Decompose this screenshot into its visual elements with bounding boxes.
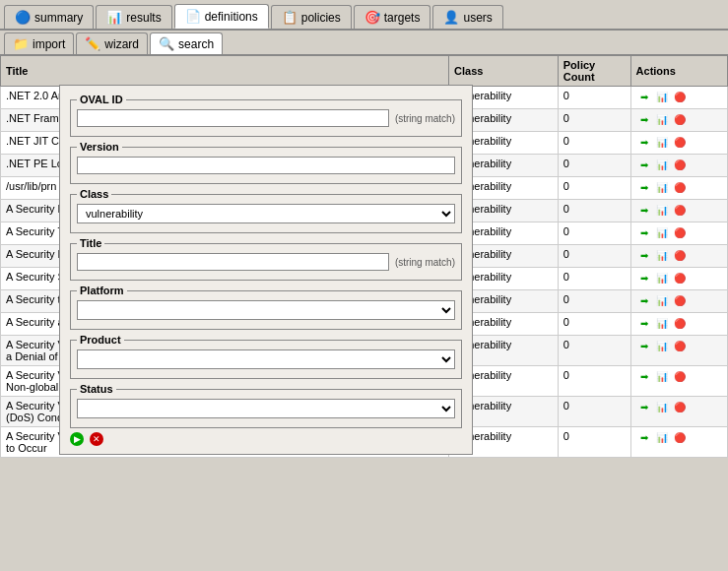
action-chart-icon[interactable]: 📊: [654, 112, 670, 128]
tab-search-label: search: [178, 37, 214, 51]
action-delete-icon[interactable]: 🔴: [672, 225, 688, 241]
oval-id-input[interactable]: [77, 109, 389, 127]
cell-actions: ➡📊🔴: [630, 87, 727, 109]
tab-targets-label: targets: [384, 11, 421, 25]
action-go-icon[interactable]: ➡: [636, 339, 652, 354]
cell-policy: 0: [558, 313, 630, 336]
action-delete-icon[interactable]: 🔴: [672, 112, 688, 128]
search-icon: 🔍: [159, 36, 174, 51]
cell-policy: 0: [558, 245, 630, 268]
cell-policy: 0: [558, 155, 630, 177]
tab-wizard-label: wizard: [104, 37, 139, 51]
class-fieldset: Class vulnerability: [70, 188, 462, 233]
product-select[interactable]: [77, 349, 455, 369]
cell-actions: ➡📊🔴: [630, 200, 727, 222]
col-header-class: Class: [449, 56, 559, 87]
product-row: [77, 349, 455, 369]
action-chart-icon[interactable]: 📊: [654, 316, 670, 332]
tab-import[interactable]: 📁 import: [4, 32, 74, 54]
action-go-icon[interactable]: ➡: [636, 316, 652, 332]
action-chart-icon[interactable]: 📊: [654, 203, 670, 219]
action-chart-icon[interactable]: 📊: [654, 339, 670, 354]
version-row: [77, 157, 455, 174]
action-chart-icon[interactable]: 📊: [654, 135, 670, 151]
tab-wizard[interactable]: ✏️ wizard: [76, 32, 148, 54]
cancel-button[interactable]: ✕: [90, 432, 103, 446]
action-chart-icon[interactable]: 📊: [654, 430, 670, 446]
version-legend: Version: [77, 141, 122, 153]
action-chart-icon[interactable]: 📊: [654, 180, 670, 196]
action-delete-icon[interactable]: 🔴: [672, 271, 688, 286]
action-delete-icon[interactable]: 🔴: [672, 316, 688, 332]
action-go-icon[interactable]: ➡: [636, 90, 652, 105]
filter-actions: ▶ ✕: [70, 432, 462, 446]
action-chart-icon[interactable]: 📊: [654, 271, 670, 286]
tab-summary-label: summary: [34, 11, 83, 25]
action-delete-icon[interactable]: 🔴: [672, 430, 688, 446]
action-delete-icon[interactable]: 🔴: [672, 339, 688, 354]
action-go-icon[interactable]: ➡: [636, 400, 652, 415]
cell-actions: ➡📊🔴: [630, 290, 727, 313]
version-input[interactable]: [77, 157, 455, 174]
action-delete-icon[interactable]: 🔴: [672, 369, 688, 385]
cell-policy: 0: [558, 177, 630, 200]
action-delete-icon[interactable]: 🔴: [672, 180, 688, 196]
action-delete-icon[interactable]: 🔴: [672, 90, 688, 105]
tab-definitions[interactable]: 📄 definitions: [174, 4, 269, 29]
cell-actions: ➡📊🔴: [630, 132, 727, 155]
action-go-icon[interactable]: ➡: [636, 203, 652, 219]
action-go-icon[interactable]: ➡: [636, 271, 652, 286]
action-chart-icon[interactable]: 📊: [654, 400, 670, 415]
class-legend: Class: [77, 188, 111, 200]
status-select[interactable]: [77, 399, 455, 418]
version-fieldset: Version: [70, 141, 462, 184]
tab-users-label: users: [463, 11, 492, 25]
cell-policy: 0: [558, 109, 630, 132]
cell-actions: ➡📊🔴: [630, 427, 727, 458]
action-delete-icon[interactable]: 🔴: [672, 203, 688, 219]
class-select[interactable]: vulnerability: [77, 204, 455, 223]
cell-policy: 0: [558, 336, 630, 366]
users-icon: 👤: [443, 10, 459, 25]
col-header-title: Title: [1, 56, 449, 87]
platform-select[interactable]: [77, 300, 455, 320]
action-delete-icon[interactable]: 🔴: [672, 248, 688, 264]
action-go-icon[interactable]: ➡: [636, 225, 652, 241]
tab-search[interactable]: 🔍 search: [150, 32, 223, 54]
title-input[interactable]: [77, 253, 389, 271]
tab-results[interactable]: 📊 results: [96, 5, 171, 29]
cell-policy: 0: [558, 200, 630, 222]
tab-targets[interactable]: 🎯 targets: [354, 5, 431, 29]
tab-policies[interactable]: 📋 policies: [271, 5, 352, 29]
tab-summary[interactable]: 🔵 summary: [4, 5, 94, 29]
action-delete-icon[interactable]: 🔴: [672, 400, 688, 415]
main-tab-bar: 🔵 summary 📊 results 📄 definitions 📋 poli…: [0, 0, 728, 31]
action-delete-icon[interactable]: 🔴: [672, 158, 688, 173]
action-chart-icon[interactable]: 📊: [654, 248, 670, 264]
action-go-icon[interactable]: ➡: [636, 248, 652, 264]
summary-icon: 🔵: [15, 10, 31, 25]
action-go-icon[interactable]: ➡: [636, 430, 652, 446]
action-go-icon[interactable]: ➡: [636, 293, 652, 309]
cell-policy: 0: [558, 222, 630, 245]
action-go-icon[interactable]: ➡: [636, 135, 652, 151]
action-go-icon[interactable]: ➡: [636, 158, 652, 173]
title-row: (string match): [77, 253, 455, 271]
action-chart-icon[interactable]: 📊: [654, 158, 670, 173]
action-go-icon[interactable]: ➡: [636, 369, 652, 385]
cell-actions: ➡📊🔴: [630, 245, 727, 268]
action-delete-icon[interactable]: 🔴: [672, 293, 688, 309]
tab-users[interactable]: 👤 users: [432, 5, 502, 29]
action-go-icon[interactable]: ➡: [636, 180, 652, 196]
oval-id-fieldset: OVAL ID (string match): [70, 94, 462, 137]
go-button[interactable]: ▶: [70, 432, 84, 446]
platform-legend: Platform: [77, 285, 127, 296]
action-delete-icon[interactable]: 🔴: [672, 135, 688, 151]
action-chart-icon[interactable]: 📊: [654, 225, 670, 241]
action-chart-icon[interactable]: 📊: [654, 293, 670, 309]
cell-actions: ➡📊🔴: [630, 222, 727, 245]
action-chart-icon[interactable]: 📊: [654, 90, 670, 105]
action-chart-icon[interactable]: 📊: [654, 369, 670, 385]
cell-policy: 0: [558, 397, 630, 427]
action-go-icon[interactable]: ➡: [636, 112, 652, 128]
